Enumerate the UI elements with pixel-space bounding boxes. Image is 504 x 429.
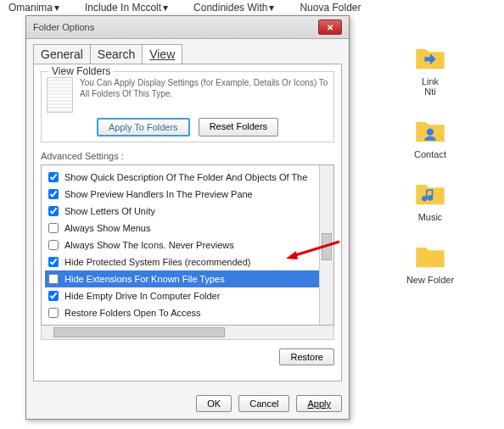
view-folders-group: View Folders You Can Apply Display Setti… (41, 71, 334, 142)
folder-view: LinkNti Contact Music New Folder (356, 15, 504, 310)
folder-preview-icon (47, 77, 73, 113)
setting-checkbox[interactable] (48, 189, 59, 199)
setting-row[interactable]: Show Quick Description Of The Folder And… (45, 169, 330, 186)
setting-label: Show Quick Description Of The Folder And… (64, 172, 307, 182)
ok-button[interactable]: OK (196, 395, 232, 412)
apply-to-folders-button[interactable]: Apply To Folders (97, 118, 190, 136)
reset-folders-button[interactable]: Reset Folders (199, 118, 278, 136)
setting-checkbox[interactable] (48, 206, 59, 216)
folder-link[interactable]: LinkNti (400, 41, 460, 97)
setting-checkbox[interactable] (48, 257, 59, 267)
folder-contact[interactable]: Contact (400, 114, 460, 159)
menu-newfolder[interactable]: Nuova Folder (300, 2, 361, 14)
menu-organize[interactable]: Omanima ▾ (8, 2, 59, 14)
menu-include[interactable]: Include In Mccolt ▾ (85, 2, 168, 14)
setting-row[interactable]: Hide Protected System Files (recommended… (45, 254, 330, 270)
tab-view[interactable]: View (142, 44, 182, 64)
setting-label: Always Show The Icons. Never Previews (64, 240, 234, 250)
setting-label: Hide Protected System Files (recommended… (64, 257, 250, 267)
setting-checkbox[interactable] (48, 308, 59, 318)
setting-row[interactable]: Show Preview Handlers In The Preview Pan… (45, 186, 330, 203)
group-text: You Can Apply Display Settings (for Exam… (80, 77, 328, 113)
setting-row[interactable]: Hide Empty Drive In Computer Folder (45, 287, 330, 304)
advanced-settings-label: Advanced Settings : (41, 151, 334, 161)
setting-row[interactable]: Hide Extensions For Known File Types (45, 270, 330, 287)
explorer-toolbar: Omanima ▾ Include In Mccolt ▾ Condinides… (0, 0, 504, 15)
folder-music[interactable]: Music (400, 176, 460, 222)
setting-label: Hide Extensions For Known File Types (64, 274, 225, 284)
setting-row[interactable]: Always Show Menus (45, 220, 330, 237)
setting-checkbox[interactable] (48, 274, 59, 284)
setting-label: Restore Folders Open To Access (64, 308, 201, 318)
setting-row[interactable]: Always Show The Icons. Never Previews (45, 237, 330, 254)
svg-point-0 (427, 129, 434, 136)
folder-options-dialog: Folder Options ✕ General Search View Vie… (25, 15, 350, 420)
dialog-title: Folder Options (33, 22, 94, 32)
restore-defaults-button[interactable]: Restore (279, 348, 334, 365)
tab-strip: General Search View (26, 39, 349, 64)
setting-checkbox[interactable] (48, 240, 59, 250)
titlebar: Folder Options ✕ (26, 16, 349, 39)
setting-label: Always Show Menus (64, 223, 151, 233)
group-title: View Folders (48, 65, 114, 77)
setting-row[interactable]: Show Letters Of Unity (45, 203, 330, 220)
menu-share[interactable]: Condinides With ▾ (193, 2, 274, 14)
setting-row[interactable]: Restore Folders Open To Access (45, 304, 330, 321)
advanced-settings-list[interactable]: Show Quick Description Of The Folder And… (41, 164, 334, 326)
folder-new[interactable]: New Folder (400, 239, 460, 285)
setting-checkbox[interactable] (48, 223, 59, 233)
setting-checkbox[interactable] (48, 291, 59, 301)
apply-button[interactable]: Apply (296, 395, 342, 412)
tab-search[interactable]: Search (90, 44, 143, 64)
close-button[interactable]: ✕ (318, 20, 342, 35)
setting-label: Show Letters Of Unity (64, 206, 155, 216)
setting-checkbox[interactable] (48, 172, 59, 182)
cancel-button[interactable]: Cancel (238, 395, 289, 412)
setting-label: Show Preview Handlers In The Preview Pan… (64, 189, 253, 199)
scrollbar-vertical[interactable] (319, 165, 333, 325)
scrollbar-horizontal[interactable] (41, 326, 334, 340)
tab-general[interactable]: General (33, 44, 91, 64)
setting-label: Hide Empty Drive In Computer Folder (64, 291, 220, 301)
